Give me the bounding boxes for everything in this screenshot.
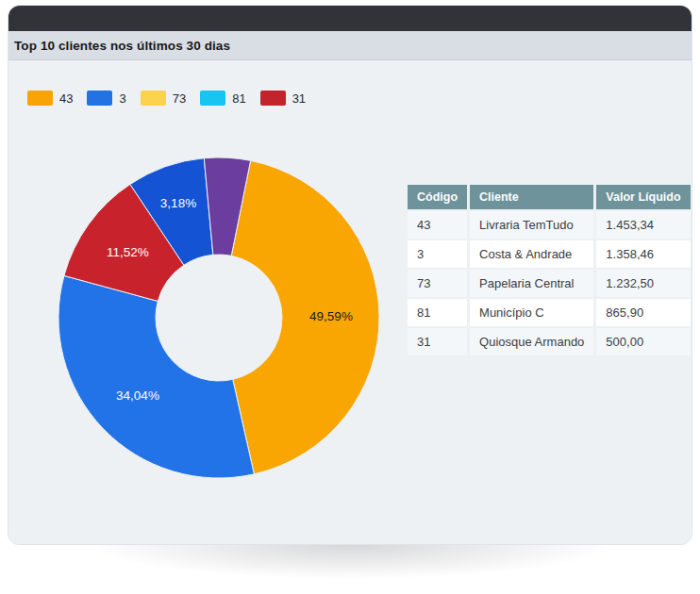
legend-label: 81 [232, 91, 245, 106]
clients-table: Código Cliente Valor Líquido 43Livraria … [405, 183, 692, 357]
cell-cliente: Quiosque Armando [470, 328, 593, 355]
donut-chart: 49,59%34,04%11,52%3,18% [54, 153, 384, 483]
cell-valor: 1.232,50 [596, 270, 690, 297]
table-row[interactable]: 73Papelaria Central1.232,50 [408, 270, 691, 297]
legend-label: 73 [173, 91, 186, 106]
pie-slice-0[interactable] [231, 160, 379, 473]
cell-codigo: 81 [408, 299, 467, 326]
cell-codigo: 31 [408, 328, 467, 355]
table-row[interactable]: 31Quiosque Armando500,00 [408, 328, 691, 355]
slice-percent-label: 11,52% [107, 245, 149, 259]
cell-cliente: Papelaria Central [470, 270, 593, 297]
legend-label: 31 [292, 91, 306, 106]
panel-title: Top 10 clientes nos últimos 30 dias [14, 39, 230, 53]
panel-body: 433738131 49,59%34,04%11,52%3,18% Código… [8, 60, 692, 545]
legend-color-chip [27, 91, 53, 106]
column-header-cliente[interactable]: Cliente [470, 185, 593, 209]
cell-valor: 500,00 [596, 328, 690, 355]
slice-percent-label: 34,04% [116, 388, 159, 403]
cell-valor: 865,90 [596, 299, 690, 326]
screen: Top 10 clientes nos últimos 30 dias 4337… [0, 0, 700, 594]
legend-item-73[interactable]: 73 [141, 91, 186, 106]
legend-color-chip [260, 91, 286, 106]
slice-percent-label: 49,59% [309, 309, 353, 323]
table-row[interactable]: 81Município C865,90 [408, 299, 691, 326]
legend-item-3[interactable]: 3 [87, 91, 125, 106]
legend-color-chip [87, 91, 112, 106]
cell-cliente: Município C [470, 299, 593, 326]
cell-valor: 1.358,46 [596, 240, 690, 268]
window-top-bar [8, 6, 692, 31]
table-row[interactable]: 43Livraria TemTudo1.453,34 [408, 211, 691, 239]
cell-valor: 1.453,34 [596, 211, 690, 239]
dashboard-panel: Top 10 clientes nos últimos 30 dias 4337… [8, 5, 692, 545]
legend-item-43[interactable]: 43 [27, 91, 73, 106]
cell-codigo: 73 [408, 270, 467, 297]
legend-item-81[interactable]: 81 [200, 91, 245, 106]
cell-codigo: 3 [408, 240, 467, 268]
legend-color-chip [141, 91, 166, 106]
clients-table-head: Código Cliente Valor Líquido [408, 185, 691, 209]
cell-cliente: Costa & Andrade [470, 240, 593, 268]
slice-percent-label: 3,18% [160, 196, 196, 210]
legend-label: 43 [59, 91, 73, 106]
panel-header: Top 10 clientes nos últimos 30 dias [8, 31, 692, 60]
legend-label: 3 [119, 91, 125, 106]
column-header-codigo[interactable]: Código [408, 185, 467, 209]
table-row[interactable]: 3Costa & Andrade1.358,46 [408, 240, 691, 268]
column-header-valor[interactable]: Valor Líquido [596, 185, 690, 209]
pie-slice-1[interactable] [58, 275, 254, 478]
donut-chart-svg: 49,59%34,04%11,52%3,18% [54, 153, 384, 483]
cell-cliente: Livraria TemTudo [470, 211, 593, 239]
legend-item-31[interactable]: 31 [260, 91, 306, 106]
chart-legend: 433738131 [27, 91, 306, 106]
clients-table-body: 43Livraria TemTudo1.453,343Costa & Andra… [408, 211, 691, 355]
card-shadow [38, 545, 662, 590]
cell-codigo: 43 [408, 211, 467, 239]
table-header-row: Código Cliente Valor Líquido [408, 185, 691, 209]
legend-color-chip [200, 91, 225, 106]
